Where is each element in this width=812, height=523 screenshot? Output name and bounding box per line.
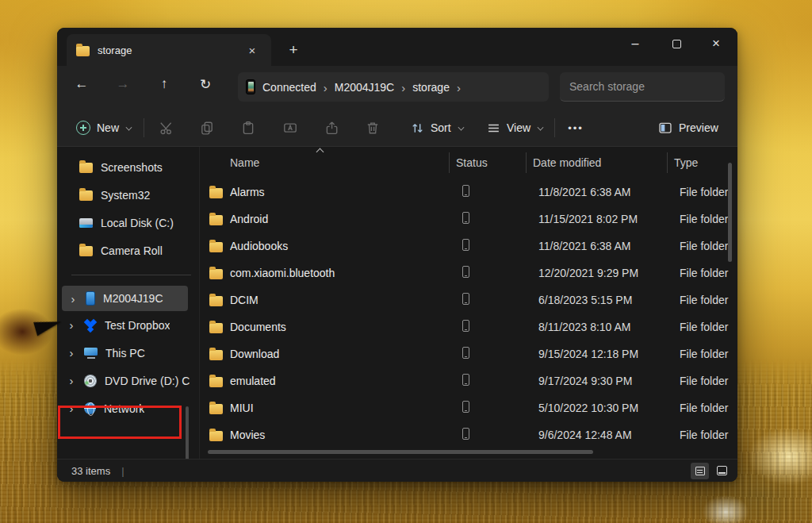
file-row[interactable]: Movies 9/6/2024 12:48 AM File folder [199, 421, 737, 448]
folder-icon [209, 188, 223, 198]
view-button-label: View [507, 121, 530, 134]
folder-icon [209, 269, 223, 279]
file-date: 9/6/2024 12:48 AM [532, 429, 673, 441]
file-row[interactable]: DCIM 6/18/2023 5:15 PM File folder [199, 286, 737, 313]
folder-icon [209, 215, 223, 225]
file-name: emulated [230, 375, 455, 387]
file-date: 8/11/2023 8:10 AM [532, 321, 673, 333]
file-date: 11/8/2021 6:38 AM [532, 240, 673, 252]
large-icons-view-button[interactable] [713, 463, 731, 479]
new-button[interactable]: New [68, 113, 140, 142]
sidebar-item-local-disk-c[interactable]: Local Disk (C:) [57, 209, 199, 237]
chevron-right-icon: › [401, 80, 405, 94]
dropbox-icon [84, 319, 97, 332]
sort-button-label: Sort [431, 121, 451, 134]
column-header-status[interactable]: Status [449, 152, 532, 173]
vertical-scrollbar[interactable] [728, 163, 732, 262]
phone-device-icon [246, 79, 255, 94]
column-header-date[interactable]: Date modified [526, 152, 673, 173]
status-phone-icon [462, 185, 469, 197]
maximize-button[interactable] [658, 28, 695, 60]
breadcrumb-device[interactable]: M2004J19C [335, 81, 395, 94]
breadcrumb-connected[interactable]: Connected [262, 81, 316, 94]
new-tab-button[interactable]: + [281, 37, 306, 63]
status-phone-icon [462, 239, 469, 251]
copy-icon [200, 121, 214, 135]
file-name: com.xiaomi.bluetooth [230, 267, 455, 279]
sidebar-item-label: System32 [101, 189, 150, 202]
sidebar-item-label: M2004J19C [103, 292, 163, 305]
chevron-right-icon[interactable]: › [67, 346, 76, 360]
sort-ascending-icon [316, 148, 324, 153]
sidebar-item-camera-roll[interactable]: Camera Roll [57, 237, 199, 264]
file-explorer-window: storage × + – × ← → ↑ ↻ Connected › M200… [57, 28, 737, 482]
column-header-name[interactable]: Name [230, 155, 455, 171]
file-row[interactable]: com.xiaomi.bluetooth 12/20/2021 9:29 PM … [199, 260, 737, 286]
back-button[interactable]: ← [69, 71, 94, 97]
folder-icon [209, 404, 223, 414]
minimize-button[interactable]: – [617, 28, 653, 60]
file-type: File folder [673, 348, 737, 360]
sidebar-item-system32[interactable]: System32 [57, 181, 199, 209]
scissors-icon [159, 121, 174, 135]
view-lines-icon [487, 121, 500, 135]
chevron-right-icon: › [457, 80, 461, 94]
sort-button[interactable]: Sort [403, 113, 472, 142]
chevron-right-icon[interactable]: › [67, 374, 76, 387]
file-row[interactable]: Documents 8/11/2023 8:10 AM File folder [199, 313, 737, 340]
file-row[interactable]: Audiobooks 11/8/2021 6:38 AM File folder [199, 233, 737, 260]
file-date: 9/17/2024 9:30 PM [532, 375, 673, 387]
file-date: 11/8/2021 6:38 AM [532, 186, 673, 198]
file-row[interactable]: emulated 9/17/2024 9:30 PM File folder [199, 367, 737, 394]
phone-icon [86, 291, 95, 306]
tab-storage[interactable]: storage × [67, 34, 271, 66]
more-button[interactable]: ••• [561, 114, 590, 141]
file-row[interactable]: Alarms 11/8/2021 6:38 AM File folder [199, 179, 737, 206]
file-row[interactable]: Android 11/15/2021 8:02 PM File folder [199, 206, 737, 233]
folder-icon [209, 296, 223, 306]
breadcrumb-folder[interactable]: storage [412, 81, 450, 94]
up-button[interactable]: ↑ [151, 71, 177, 97]
drive-icon [79, 218, 93, 228]
details-view-icon [695, 467, 705, 475]
folder-icon [79, 190, 93, 201]
chevron-right-icon[interactable]: › [67, 318, 76, 332]
chevron-right-icon: › [324, 80, 327, 94]
horizontal-scrollbar[interactable] [208, 450, 593, 454]
maximize-icon [672, 40, 681, 48]
sidebar-item-m2004j19c[interactable]: › M2004J19C [62, 286, 188, 311]
view-button[interactable]: View [479, 113, 551, 142]
tab-close-icon[interactable]: × [243, 40, 262, 60]
file-type: File folder [673, 429, 737, 441]
list-header: Name Status Date modified Type [199, 147, 737, 179]
chevron-right-icon[interactable]: › [68, 292, 78, 306]
file-name: MIUI [230, 402, 455, 414]
details-view-button[interactable] [691, 463, 709, 479]
sidebar-item-this-pc[interactable]: › This PC [57, 339, 199, 367]
breadcrumb[interactable]: Connected › M2004J19C › storage › [238, 72, 549, 102]
status-phone-icon [462, 401, 469, 413]
close-button[interactable]: × [698, 28, 734, 60]
folder-icon [79, 163, 93, 173]
refresh-button[interactable]: ↻ [193, 71, 218, 97]
status-bar: 33 items | [57, 459, 737, 482]
paste-button [234, 114, 262, 141]
status-phone-icon [462, 293, 469, 305]
sidebar-item-dvd-drive[interactable]: › DVD Drive (D:) C [57, 367, 199, 394]
share-button [317, 114, 346, 141]
file-list: Name Status Date modified Type Alarms 11… [199, 147, 737, 459]
more-dots-icon: ••• [568, 122, 584, 134]
preview-button[interactable]: Preview [650, 113, 726, 142]
file-row[interactable]: MIUI 5/10/2022 10:30 PM File folder [199, 394, 737, 421]
file-name: Download [230, 348, 455, 360]
sidebar-item-screenshots[interactable]: Screenshots [57, 153, 199, 181]
sidebar-item-test-dropbox[interactable]: › Test Dropbox [57, 311, 199, 339]
search-input[interactable] [569, 80, 715, 93]
plus-circle-icon [76, 121, 90, 135]
content-area: Screenshots System32 Local Disk (C:) Cam… [57, 147, 737, 459]
file-row[interactable]: Download 9/15/2024 12:18 PM File folder [199, 340, 737, 367]
search-box[interactable] [560, 72, 725, 102]
copy-button [193, 114, 221, 141]
file-type: File folder [673, 402, 737, 414]
column-header-type[interactable]: Type [667, 152, 737, 173]
